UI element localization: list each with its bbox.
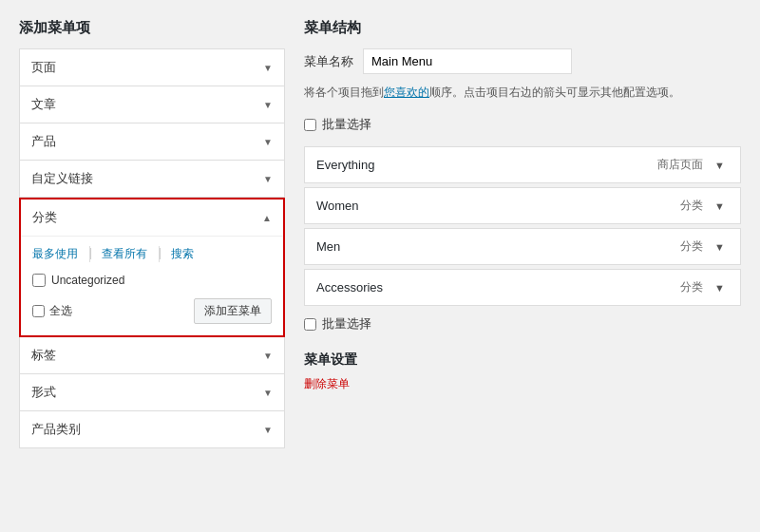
accordion-pages-header[interactable]: 页面 ▼ [20, 49, 284, 86]
menu-item-everything-type: 商店页面 [657, 157, 703, 173]
menu-settings-title: 菜单设置 [304, 352, 741, 369]
delete-menu-link[interactable]: 删除菜单 [304, 377, 350, 390]
menu-item-men-right: 分类 ▼ [680, 238, 729, 255]
chevron-down-icon: ▼ [263, 174, 273, 184]
menu-item-men-type: 分类 [680, 238, 703, 255]
accordion-pages-label: 页面 [31, 59, 56, 76]
menu-item-women-type: 分类 [680, 198, 703, 214]
menu-item-women: Women 分类 ▼ [304, 187, 741, 224]
chevron-down-icon: ▼ [263, 388, 273, 398]
accordion-categories-footer: 全选 添加至菜单 [32, 298, 272, 324]
menu-item-accessories-right: 分类 ▼ [680, 279, 729, 295]
accordion-articles-header[interactable]: 文章 ▼ [20, 86, 284, 123]
left-panel-title: 添加菜单项 [19, 19, 285, 37]
menu-item-men-label: Men [316, 239, 340, 254]
accordion-products: 产品 ▼ [19, 124, 285, 161]
accordion-styles-label: 形式 [31, 384, 56, 401]
accordion-products-label: 产品 [31, 133, 56, 150]
accordion-styles-header[interactable]: 形式 ▼ [20, 374, 284, 410]
category-checkbox-list: Uncategorized [32, 272, 272, 289]
accordion-categories: 分类 ▲ 最多使用 | 查看所有 | 搜索 Uncategorized [19, 198, 285, 337]
accordion-categories-body: 最多使用 | 查看所有 | 搜索 Uncategorized 全选 [21, 236, 283, 335]
menu-name-row: 菜单名称 [304, 48, 741, 74]
chevron-down-icon: ▼ [263, 63, 273, 73]
chevron-down-icon: ▼ [263, 137, 273, 147]
menu-name-label: 菜单名称 [304, 53, 353, 70]
accordion-tags: 标签 ▼ [19, 337, 285, 374]
accordion-categories-label: 分类 [32, 209, 57, 226]
menu-item-men: Men 分类 ▼ [304, 228, 741, 265]
accordion-pages: 页面 ▼ [19, 48, 285, 86]
bulk-select-bottom-row: 批量选择 [304, 312, 741, 336]
tab-view-all[interactable]: 查看所有 [102, 246, 147, 262]
menu-item-everything: Everything 商店页面 ▼ [304, 146, 741, 183]
menu-item-everything-expand[interactable]: ▼ [711, 158, 729, 173]
add-to-menu-button[interactable]: 添加至菜单 [194, 298, 272, 324]
accordion-custom-link-label: 自定义链接 [31, 170, 93, 187]
menu-item-everything-right: 商店页面 ▼ [657, 157, 729, 173]
menu-item-men-expand[interactable]: ▼ [711, 239, 729, 255]
right-panel: 菜单结构 菜单名称 将各个项目拖到您喜欢的顺序。点击项目右边的箭头可显示其他配置… [304, 19, 741, 513]
select-all-checkbox[interactable] [32, 305, 45, 317]
accordion-styles: 形式 ▼ [19, 374, 285, 411]
chevron-down-icon: ▼ [263, 100, 273, 110]
accordion-custom-link-header[interactable]: 自定义链接 ▼ [20, 161, 284, 197]
accordion-custom-link: 自定义链接 ▼ [19, 161, 285, 198]
accordion-tags-header[interactable]: 标签 ▼ [20, 337, 284, 373]
category-checkbox-uncategorized[interactable] [32, 274, 46, 287]
accordion-product-categories: 产品类别 ▼ [19, 411, 285, 448]
accordion-product-categories-label: 产品类别 [31, 421, 81, 438]
chevron-up-icon: ▲ [262, 213, 272, 223]
menu-item-accessories: Accessories 分类 ▼ [304, 269, 741, 306]
menu-item-women-label: Women [316, 199, 359, 213]
tab-divider2: | [159, 246, 160, 262]
bulk-select-bottom-label: 批量选择 [322, 315, 371, 332]
chevron-down-icon: ▼ [263, 425, 273, 435]
menu-item-accessories-expand[interactable]: ▼ [711, 280, 729, 295]
accordion-articles-label: 文章 [31, 96, 56, 113]
bulk-select-top-row: 批量选择 [304, 112, 741, 137]
bulk-select-top-checkbox[interactable] [304, 119, 316, 131]
accordion-product-categories-header[interactable]: 产品类别 ▼ [20, 411, 284, 447]
accordion-articles: 文章 ▼ [19, 86, 285, 124]
tab-most-used[interactable]: 最多使用 [32, 246, 78, 262]
menu-settings-section: 菜单设置 删除菜单 [304, 352, 741, 392]
menu-item-accessories-label: Accessories [316, 280, 383, 294]
select-all-row: 全选 [32, 303, 72, 319]
tab-search[interactable]: 搜索 [171, 246, 194, 262]
menu-name-input[interactable] [363, 48, 572, 74]
instructions-text: 将各个项目拖到您喜欢的顺序。点击项目右边的箭头可显示其他配置选项。 [304, 84, 741, 101]
instructions-highlight: 您喜欢的 [384, 86, 429, 99]
bulk-select-top-label: 批量选择 [322, 116, 371, 133]
menu-item-everything-label: Everything [316, 158, 374, 172]
menu-item-accessories-type: 分类 [680, 279, 703, 295]
accordion-tags-label: 标签 [31, 347, 56, 364]
menu-item-women-expand[interactable]: ▼ [711, 199, 729, 214]
right-panel-title: 菜单结构 [304, 19, 741, 37]
menu-item-women-right: 分类 ▼ [680, 198, 729, 214]
tab-divider: | [89, 246, 90, 262]
chevron-down-icon: ▼ [263, 351, 273, 361]
accordion-products-header[interactable]: 产品 ▼ [20, 124, 284, 160]
category-label-uncategorized: Uncategorized [51, 274, 124, 287]
category-tabs: 最多使用 | 查看所有 | 搜索 [32, 246, 272, 262]
select-all-label: 全选 [49, 303, 72, 319]
category-item-uncategorized: Uncategorized [32, 272, 272, 289]
accordion-categories-header[interactable]: 分类 ▲ [21, 200, 283, 236]
bulk-select-bottom-checkbox[interactable] [304, 318, 316, 331]
left-panel: 添加菜单项 页面 ▼ 文章 ▼ 产品 ▼ 自定义链接 ▼ [19, 19, 285, 513]
